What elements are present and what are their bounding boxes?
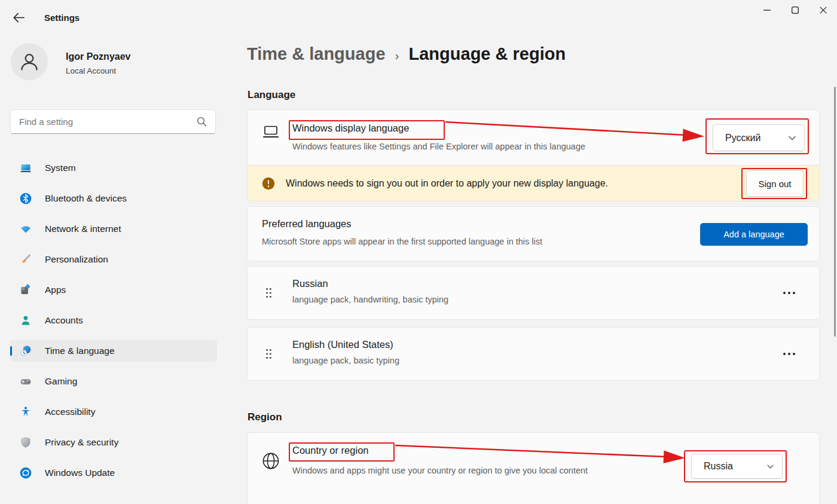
breadcrumb-separator: › <box>395 48 399 63</box>
more-options-button[interactable] <box>778 346 800 362</box>
apps-icon <box>20 284 32 296</box>
search-input[interactable] <box>11 117 197 127</box>
sidebar-item-label: Network & internet <box>45 224 121 234</box>
sidebar-item-label: Time & language <box>45 346 115 356</box>
sidebar-item-network-internet[interactable]: Network & internet <box>10 218 217 240</box>
signout-banner-message: Windows needs to sign you out in order t… <box>286 178 608 189</box>
preferred-languages-row: Preferred languages Microsoft Store apps… <box>247 206 820 261</box>
sidebar-item-time-language[interactable]: Time & language <box>10 340 217 362</box>
selected-accent-pill <box>10 346 12 356</box>
privacy-icon <box>20 436 32 448</box>
sidebar-item-label: Privacy & security <box>45 437 118 448</box>
sidebar-item-label: System <box>45 163 76 173</box>
time-language-icon <box>20 345 32 357</box>
display-language-value: Русский <box>725 133 760 143</box>
language-features: language pack, handwriting, basic typing <box>292 295 448 304</box>
app-title: Settings <box>44 13 80 23</box>
breadcrumb-parent[interactable]: Time & language <box>247 44 386 64</box>
close-icon <box>820 7 827 14</box>
preferred-languages-title: Preferred languages <box>262 218 352 230</box>
display-language-description: Windows features like Settings and File … <box>292 142 585 151</box>
sidebar-nav: System Bluetooth & devices Network & int… <box>10 157 217 493</box>
country-region-dropdown[interactable]: Russia <box>691 454 783 479</box>
sidebar: Igor Poznyaev Local Account System Bluet… <box>0 29 227 504</box>
country-region-title: Country or region <box>292 445 368 456</box>
accessibility-icon <box>20 406 32 418</box>
language-row-english: English (United States) language pack, b… <box>247 327 820 381</box>
language-row-russian: Russian language pack, handwriting, basi… <box>247 266 820 320</box>
display-language-row: Windows display language Windows feature… <box>247 109 820 166</box>
globe-icon <box>261 451 280 473</box>
sidebar-item-apps[interactable]: Apps <box>10 279 217 301</box>
sidebar-item-label: Windows Update <box>45 468 115 478</box>
accounts-icon <box>20 314 32 326</box>
warning-icon <box>262 177 275 190</box>
page-title: Language & region <box>409 44 566 64</box>
language-features: language pack, basic typing <box>292 356 399 365</box>
back-arrow-icon <box>13 13 25 23</box>
language-name: English (United States) <box>292 339 393 350</box>
display-language-dropdown[interactable]: Русский <box>713 124 805 151</box>
main-content: Time & language › Language & region Lang… <box>247 0 820 504</box>
user-account-type: Local Account <box>66 66 116 75</box>
country-region-value: Russia <box>704 461 733 472</box>
sign-out-button[interactable]: Sign out <box>746 170 804 197</box>
avatar <box>11 43 48 80</box>
sidebar-item-label: Personalization <box>45 254 108 265</box>
breadcrumb: Time & language › Language & region <box>247 44 566 64</box>
more-options-button[interactable] <box>778 285 800 301</box>
sidebar-item-gaming[interactable]: Gaming <box>10 371 217 392</box>
network-icon <box>20 223 32 235</box>
sidebar-item-bluetooth-devices[interactable]: Bluetooth & devices <box>10 188 217 209</box>
personalization-icon <box>20 253 32 265</box>
chevron-down-icon <box>767 465 774 469</box>
add-language-button[interactable]: Add a language <box>700 223 808 246</box>
person-icon <box>17 50 41 74</box>
chevron-down-icon <box>789 136 796 140</box>
search-icon <box>197 117 207 127</box>
ellipsis-icon <box>783 352 796 356</box>
signout-banner: Windows needs to sign you out in order t… <box>247 166 820 201</box>
language-name: Russian <box>292 278 328 289</box>
sidebar-item-label: Accessibility <box>45 407 95 417</box>
country-region-description: Windows and apps might use your country … <box>292 463 627 478</box>
sidebar-item-label: Accounts <box>45 315 83 326</box>
drag-handle-icon[interactable] <box>265 349 272 360</box>
search-box[interactable] <box>10 109 216 134</box>
laptop-icon <box>262 124 280 143</box>
country-region-row: Country or region Windows and apps might… <box>247 432 820 504</box>
system-icon <box>20 162 32 174</box>
drag-handle-icon[interactable] <box>265 288 272 299</box>
back-button[interactable] <box>8 8 29 26</box>
sidebar-item-label: Gaming <box>45 376 77 387</box>
user-name: Igor Poznyaev <box>66 51 130 62</box>
sidebar-item-windows-update[interactable]: Windows Update <box>10 462 217 484</box>
sidebar-item-label: Bluetooth & devices <box>45 193 127 204</box>
sidebar-item-personalization[interactable]: Personalization <box>10 249 217 270</box>
preferred-languages-description: Microsoft Store apps will appear in the … <box>262 237 542 246</box>
sidebar-item-label: Apps <box>45 285 66 295</box>
sidebar-item-system[interactable]: System <box>10 157 217 179</box>
language-section-heading: Language <box>248 89 295 101</box>
windows-update-icon <box>20 467 32 479</box>
display-language-title: Windows display language <box>292 123 409 134</box>
scrollbar-thumb[interactable] <box>834 87 836 337</box>
ellipsis-icon <box>783 291 796 295</box>
bluetooth-icon <box>20 193 32 204</box>
region-section-heading: Region <box>248 411 282 423</box>
sidebar-item-accounts[interactable]: Accounts <box>10 310 217 331</box>
gaming-icon <box>20 375 32 387</box>
sidebar-item-accessibility[interactable]: Accessibility <box>10 401 217 423</box>
sidebar-item-privacy-security[interactable]: Privacy & security <box>10 432 217 453</box>
